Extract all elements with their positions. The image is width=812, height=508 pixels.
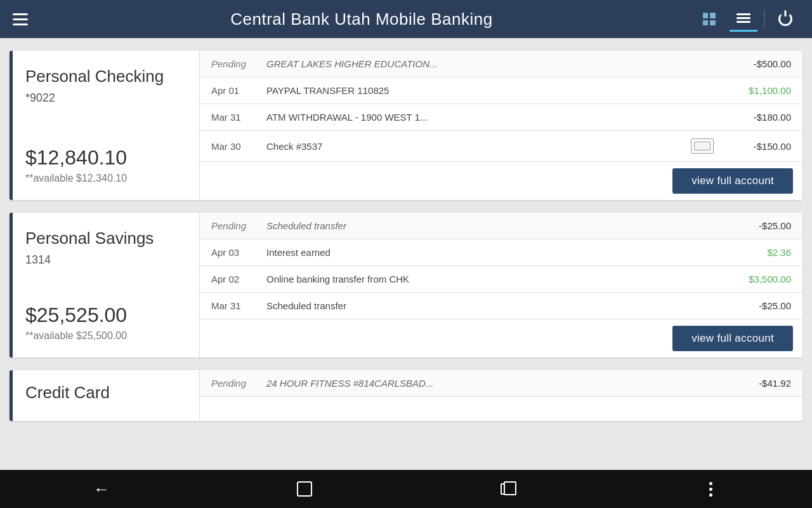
tx-desc: 24 HOUR FITNESS #814CARLSBAD...: [266, 378, 714, 389]
personal-checking-available: **available $12,340.10: [25, 173, 187, 184]
header-divider: [764, 10, 765, 29]
tx-date: Apr 03: [211, 247, 259, 258]
home-icon: [297, 481, 312, 497]
credit-card-transactions: Pending 24 HOUR FITNESS #814CARLSBAD... …: [200, 370, 802, 421]
grid-view-button[interactable]: [695, 6, 723, 32]
table-row: Pending Scheduled transfer -$25.00: [200, 213, 802, 239]
tx-date: Pending: [211, 378, 259, 389]
tx-amount: $1,100.00: [721, 85, 791, 96]
tx-date: Mar 30: [211, 141, 259, 152]
app-title: Central Bank Utah Mobile Banking: [230, 10, 492, 29]
more-icon: [709, 482, 712, 497]
power-button[interactable]: [771, 6, 799, 32]
tx-desc: Scheduled transfer: [266, 300, 714, 311]
recents-button[interactable]: [488, 476, 527, 502]
home-button[interactable]: [285, 476, 324, 502]
recents-icon: [501, 483, 514, 495]
table-row: Pending 24 HOUR FITNESS #814CARLSBAD... …: [200, 370, 802, 397]
table-row: Pending GREAT LAKES HIGHER EDUCATION... …: [200, 51, 802, 77]
personal-savings-card: Personal Savings 1314 $25,525.00 **avail…: [10, 213, 802, 358]
power-icon: [778, 12, 792, 26]
grid-icon: [703, 13, 716, 25]
personal-savings-number: 1314: [25, 253, 187, 267]
tx-desc: GREAT LAKES HIGHER EDUCATION...: [266, 58, 714, 69]
view-full-account-row: view full account: [200, 162, 802, 200]
tx-amount: -$150.00: [721, 141, 791, 152]
tx-desc: Interest earned: [266, 247, 714, 258]
tx-amount: -$500.00: [721, 58, 791, 69]
bottom-navigation: ←: [0, 470, 812, 508]
tx-date: Mar 31: [211, 112, 259, 123]
personal-savings-available: **available $25,500.00: [25, 330, 187, 342]
personal-checking-transactions: Pending GREAT LAKES HIGHER EDUCATION... …: [200, 51, 802, 200]
tx-amount: -$25.00: [721, 220, 791, 231]
view-full-account-button[interactable]: view full account: [672, 326, 793, 351]
personal-checking-card: Personal Checking *9022 $12,840.10 **ava…: [10, 51, 802, 200]
back-icon: ←: [93, 479, 110, 499]
personal-savings-info: Personal Savings 1314 $25,525.00 **avail…: [10, 213, 200, 358]
personal-checking-number: *9022: [25, 91, 187, 105]
tx-amount: $2.36: [721, 247, 791, 258]
tx-date: Apr 01: [211, 85, 259, 96]
tx-date: Mar 31: [211, 300, 259, 311]
credit-card-name: Credit Card: [25, 383, 187, 403]
header: Central Bank Utah Mobile Banking: [0, 0, 812, 38]
credit-card-info: Credit Card: [10, 370, 200, 421]
credit-card-card: Credit Card Pending 24 HOUR FITNESS #814…: [10, 370, 802, 421]
table-row: Mar 31 ATM WITHDRAWAL - 1900 WEST 1... -…: [200, 104, 802, 131]
table-row: Mar 30 Check #3537 -$150.00: [200, 131, 802, 162]
tx-desc: Scheduled transfer: [266, 220, 714, 231]
tx-amount: -$41.92: [721, 378, 791, 389]
check-icon: [691, 138, 714, 154]
table-row: Apr 02 Online banking transfer from CHK …: [200, 266, 802, 293]
personal-savings-balance: $25,525.00: [25, 304, 187, 327]
tx-date: Pending: [211, 220, 259, 231]
tx-desc: ATM WITHDRAWAL - 1900 WEST 1...: [266, 112, 714, 123]
tx-date: Pending: [211, 58, 259, 69]
personal-checking-info: Personal Checking *9022 $12,840.10 **ava…: [10, 51, 200, 200]
list-view-button[interactable]: [730, 6, 757, 32]
main-content: Personal Checking *9022 $12,840.10 **ava…: [0, 38, 812, 470]
tx-desc: Check #3537: [266, 141, 683, 152]
table-row: Mar 31 Scheduled transfer -$25.00: [200, 293, 802, 319]
personal-checking-balance: $12,840.10: [25, 146, 187, 170]
tx-amount: $3,500.00: [721, 274, 791, 284]
view-full-account-button[interactable]: view full account: [672, 168, 793, 194]
tx-amount: -$180.00: [721, 112, 791, 123]
personal-checking-name: Personal Checking: [25, 67, 187, 86]
list-icon: [737, 13, 750, 23]
personal-savings-transactions: Pending Scheduled transfer -$25.00 Apr 0…: [200, 213, 802, 358]
personal-savings-name: Personal Savings: [25, 229, 187, 248]
table-row: Apr 01 PAYPAL TRANSFER 110825 $1,100.00: [200, 77, 802, 104]
back-button[interactable]: ←: [82, 476, 121, 502]
tx-desc: Online banking transfer from CHK: [266, 274, 714, 284]
table-row: Apr 03 Interest earned $2.36: [200, 239, 802, 266]
menu-button[interactable]: [13, 13, 28, 25]
tx-date: Apr 02: [211, 274, 259, 284]
header-actions: [695, 6, 799, 32]
tx-desc: PAYPAL TRANSFER 110825: [266, 85, 714, 96]
view-full-account-row: view full account: [200, 319, 802, 358]
more-button[interactable]: [691, 476, 730, 502]
tx-amount: -$25.00: [721, 300, 791, 311]
